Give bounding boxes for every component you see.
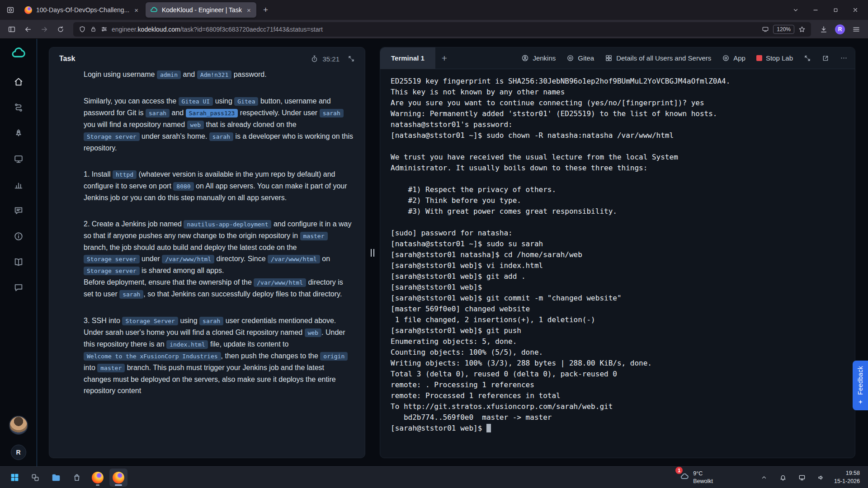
- details-button[interactable]: Details of all Users and Servers: [605, 54, 711, 62]
- terminal-line: [sarah@ststor01 natasha]$ cd /home/sarah…: [391, 249, 844, 260]
- jenkins-icon: [521, 54, 529, 62]
- downloads-button[interactable]: [816, 23, 831, 36]
- terminal-tab-1[interactable]: Terminal 1: [380, 47, 435, 69]
- tab-close-icon[interactable]: ×: [246, 6, 252, 14]
- display-cast-icon[interactable]: [796, 471, 808, 484]
- terminal-line: remote: . Processing 1 references: [391, 380, 844, 390]
- inline-code-badge: sarah: [320, 109, 344, 117]
- task-expand-icon[interactable]: [348, 55, 355, 62]
- stop-square-icon: [756, 55, 762, 61]
- permissions-icon[interactable]: [101, 26, 108, 33]
- connection-lock-icon[interactable]: [90, 26, 97, 33]
- weather-cloud-icon: [680, 472, 689, 483]
- inline-code-badge: Storage server: [84, 267, 140, 275]
- sidebar-item-home[interactable]: [9, 72, 28, 92]
- terminal-actions: Jenkins Gitea Details of all Users and S…: [521, 54, 848, 62]
- terminal-body[interactable]: ED25519 key fingerprint is SHA256:30JebN…: [380, 69, 855, 458]
- firefox-window-2-button[interactable]: [109, 469, 127, 487]
- terminal-line: [sarah@ststor01 web]$ git push: [391, 325, 844, 336]
- zoom-level-button[interactable]: 120%: [773, 25, 794, 34]
- firefox-view-icon[interactable]: [3, 3, 18, 17]
- page-content: R Task 35:21 Login using username admin …: [0, 39, 868, 466]
- sidebar-item-stats[interactable]: [9, 175, 28, 195]
- grid-icon: [605, 54, 613, 62]
- tab-close-icon[interactable]: ×: [133, 6, 139, 14]
- bookmark-star-icon[interactable]: [798, 26, 806, 33]
- maximize-button[interactable]: [826, 2, 845, 18]
- terminal-line: #1) Respect the privacy of others.: [391, 184, 844, 195]
- clock-time: 19:58: [834, 469, 860, 478]
- feedback-button[interactable]: Feedback: [853, 361, 868, 410]
- tab-title: 100-Days-Of-DevOps-Challeng...: [36, 6, 129, 14]
- sidebar-toggle-icon[interactable]: [5, 23, 19, 36]
- task-content[interactable]: Login using username admin and Adm!n321 …: [49, 70, 365, 458]
- volume-icon[interactable]: [815, 471, 827, 484]
- notifications-bell-icon[interactable]: [777, 471, 789, 484]
- gitea-button[interactable]: Gitea: [566, 54, 594, 62]
- hidden-icons-chevron[interactable]: [758, 471, 770, 484]
- firefox-window-1-button[interactable]: [89, 469, 107, 487]
- jenkins-button[interactable]: Jenkins: [521, 54, 556, 62]
- kodekloud-logo-icon[interactable]: [10, 45, 27, 62]
- store-button[interactable]: [68, 469, 86, 487]
- sidebar-item-info[interactable]: [9, 226, 28, 246]
- inline-code-badge: 8080: [173, 182, 193, 191]
- inline-code-badge: Gitea: [234, 97, 258, 106]
- terminal-line: Administrator. It usually boils down to …: [391, 163, 844, 174]
- close-button[interactable]: [845, 2, 865, 18]
- user-avatar[interactable]: [9, 416, 28, 435]
- inline-code-badge: sarah: [146, 109, 170, 117]
- kodekloud-favicon: [150, 6, 158, 14]
- task-view-button[interactable]: [26, 469, 44, 487]
- task-paragraph: 2. Create a Jenkins job named nautilus-a…: [84, 218, 353, 300]
- minimize-button[interactable]: [806, 2, 826, 18]
- tab-title: KodeKloud - Engineer | Task: [162, 6, 242, 14]
- profile-avatar[interactable]: R: [833, 23, 847, 36]
- inline-code-badge: Adm!n321: [197, 70, 232, 79]
- terminal-line: This key is not known by any other names: [391, 87, 844, 98]
- inline-code-badge: Welcome to the xFusionCorp Industries: [84, 352, 221, 361]
- back-button[interactable]: [21, 23, 35, 36]
- taskbar-clock[interactable]: 19:58 15-1-2026: [834, 469, 863, 485]
- more-options-icon[interactable]: [840, 54, 848, 62]
- terminal-line: ED25519 key fingerprint is SHA256:30JebN…: [391, 76, 844, 87]
- terminal-expand-icon[interactable]: [804, 55, 811, 62]
- inline-code-badge: master: [300, 232, 328, 240]
- reload-button[interactable]: [53, 23, 68, 36]
- list-all-tabs-icon[interactable]: [786, 2, 806, 18]
- inline-code-badge: Storage Server: [122, 317, 178, 325]
- browser-tab-kodekloud[interactable]: KodeKloud - Engineer | Task ×: [146, 2, 256, 18]
- terminal-line: Are you sure you want to continue connec…: [391, 98, 844, 108]
- new-terminal-button[interactable]: +: [435, 53, 453, 64]
- sidebar-item-feedback[interactable]: [9, 201, 28, 221]
- stop-lab-button[interactable]: Stop Lab: [756, 54, 793, 62]
- browser-tab-devops[interactable]: 100-Days-Of-DevOps-Challeng... ×: [20, 2, 144, 18]
- forward-button[interactable]: [37, 23, 52, 36]
- open-in-new-icon[interactable]: [822, 55, 829, 62]
- inline-code-badge: sarah: [199, 317, 223, 325]
- tracking-shield-icon[interactable]: [79, 26, 86, 33]
- panel-splitter[interactable]: [365, 47, 380, 458]
- task-paragraph: Similarly, you can access the Gitea UI u…: [84, 95, 353, 154]
- terminal-line: [sarah@ststor01 web]$ git add .: [391, 271, 844, 282]
- file-explorer-button[interactable]: [47, 469, 65, 487]
- terminal-line: bd2b774..569f0e0 master -> master: [391, 412, 844, 423]
- chat-launcher-avatar[interactable]: R: [11, 445, 26, 460]
- app-menu-icon[interactable]: [849, 23, 863, 36]
- sidebar-item-playgrounds[interactable]: [9, 149, 28, 169]
- new-tab-button[interactable]: +: [258, 3, 274, 17]
- app-button[interactable]: App: [722, 54, 745, 62]
- weather-widget[interactable]: 1 9°C Bewolkt: [677, 469, 716, 486]
- terminal-line: [391, 174, 844, 184]
- sidebar-item-learning-path[interactable]: [9, 98, 28, 117]
- url-bar[interactable]: engineer.kodekloud.com/task?id=6809f3c68…: [73, 22, 811, 37]
- sidebar-item-challenges[interactable]: [9, 123, 28, 143]
- send-to-device-icon[interactable]: [762, 26, 769, 33]
- sidebar-item-community[interactable]: [9, 278, 28, 298]
- terminal-panel: Terminal 1 + Jenkins Gitea: [380, 47, 855, 458]
- app-icon: [722, 54, 730, 62]
- start-button[interactable]: [5, 469, 24, 487]
- sidebar-item-docs[interactable]: [9, 252, 28, 272]
- terminal-output: ED25519 key fingerprint is SHA256:30JebN…: [391, 76, 844, 423]
- inline-code-badge: Storage server: [84, 255, 140, 263]
